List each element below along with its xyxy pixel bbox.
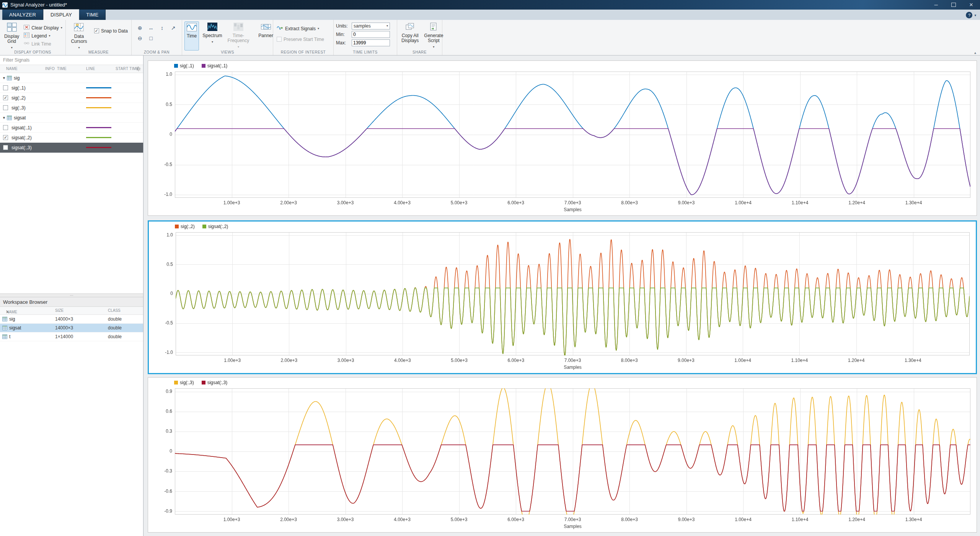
line-style-swatch[interactable] <box>86 97 111 98</box>
panel-splitter[interactable]: ⋯ <box>0 293 143 297</box>
workspace-row-sig[interactable]: sig14000×3double <box>0 315 143 324</box>
time-frequency-view-label: Time-Frequency <box>228 33 249 43</box>
workspace-row-sigsat[interactable]: sigsat14000×3double <box>0 324 143 332</box>
generate-script-button[interactable]: Generate Script ▾ <box>422 21 445 51</box>
help-caret-icon[interactable]: ▾ <box>974 13 976 17</box>
collapse-expander-icon[interactable]: ▼ <box>2 76 6 80</box>
max-label: Max: <box>336 40 350 46</box>
section-label-measure: MEASURE <box>66 50 131 54</box>
legend-item[interactable]: sig(:,2) <box>175 224 195 229</box>
max-input[interactable] <box>352 39 390 46</box>
workspace-row-t[interactable]: t1×14000double <box>0 332 143 341</box>
variable-name: sigsat <box>9 325 21 331</box>
signal-group-row-sigsat[interactable]: ▼sigsat <box>0 113 143 123</box>
ws-col-class[interactable]: CLASS <box>108 308 121 313</box>
legend-item[interactable]: sigsat(:,1) <box>202 63 228 68</box>
signal-row-sig(:,2)[interactable]: sig(:,2) <box>0 93 143 103</box>
table-settings-gear-icon[interactable] <box>136 67 141 72</box>
plot-checkbox[interactable] <box>3 145 8 150</box>
fit-view-button[interactable]: □ <box>146 33 156 43</box>
zoom-x-button[interactable]: ↔ <box>146 23 156 33</box>
close-button[interactable]: ✕ <box>962 0 980 10</box>
tab-analyzer[interactable]: ANALYZER <box>2 10 43 20</box>
plot3-canvas[interactable] <box>148 378 977 532</box>
section-label-zoom-pan: ZOOM & PAN <box>132 50 182 54</box>
units-select[interactable]: samples ▾ <box>352 23 390 29</box>
col-start-time[interactable]: START TIME <box>116 67 139 71</box>
col-time[interactable]: TIME <box>57 67 67 71</box>
pan-button[interactable]: ↗ <box>168 23 178 33</box>
time-frequency-caret-icon: ▾ <box>238 44 239 49</box>
display-grid-caret-icon: ▾ <box>11 45 13 50</box>
col-info[interactable]: INFO <box>45 67 55 71</box>
plot-checkbox[interactable] <box>3 135 8 140</box>
zoom-in-button[interactable]: ⊕ <box>135 23 145 33</box>
app-icon <box>2 2 8 8</box>
legend-item[interactable]: sigsat(:,3) <box>202 380 228 385</box>
variable-size: 14000×3 <box>55 316 73 322</box>
signal-row-sig(:,1)[interactable]: sig(:,1) <box>0 83 143 93</box>
legend-caret-icon: ▾ <box>49 34 50 37</box>
col-name[interactable]: NAME <box>6 67 18 71</box>
minimize-button[interactable]: ─ <box>927 0 945 10</box>
legend-item[interactable]: sigsat(:,2) <box>202 224 228 229</box>
generate-script-icon <box>429 23 439 32</box>
variable-class: double <box>108 325 122 331</box>
display-grid-button[interactable]: Display Grid ▾ <box>2 21 21 51</box>
signal-row-sigsat(:,1)[interactable]: sigsat(:,1) <box>0 123 143 133</box>
tab-display[interactable]: DISPLAY <box>43 9 79 20</box>
legend-swatch <box>202 225 206 228</box>
plot1-canvas[interactable] <box>148 61 977 215</box>
zoom-y-button[interactable]: ↕ <box>157 23 167 33</box>
min-input[interactable] <box>352 31 390 38</box>
signal-row-sigsat(:,2)[interactable]: sigsat(:,2) <box>0 133 143 143</box>
legend-item[interactable]: sig(:,3) <box>174 380 194 385</box>
line-style-swatch[interactable] <box>86 87 111 88</box>
time-view-button[interactable]: Time <box>184 21 199 51</box>
legend-button[interactable]: Legend ▾ <box>23 32 63 40</box>
extract-signals-button[interactable]: Extract Signals ▾ <box>276 24 331 33</box>
collapse-expander-icon[interactable]: ▼ <box>2 116 6 120</box>
titlebar: Signal Analyzer - untitled* ─ ✕ <box>0 0 980 10</box>
plot-checkbox[interactable] <box>3 105 8 110</box>
zoom-out-button[interactable]: ⊖ <box>135 33 145 43</box>
tab-bar-tabs: ANALYZERDISPLAYTIME <box>0 10 106 20</box>
copy-all-displays-button[interactable]: Copy All Displays <box>400 21 421 51</box>
snap-to-data-checkbox[interactable] <box>94 28 99 33</box>
panner-button[interactable]: Panner <box>256 21 275 51</box>
legend-item[interactable]: sig(:,1) <box>174 63 194 68</box>
filter-signals-input[interactable]: Filter Signals <box>0 55 143 65</box>
data-cursors-label: Data Cursors <box>70 34 88 44</box>
display-panel-1[interactable]: sig(:,1)sigsat(:,1) <box>148 60 977 216</box>
line-style-swatch[interactable] <box>86 137 111 138</box>
collapse-toolstrip-icon[interactable]: ▴ <box>974 51 976 55</box>
plot-checkbox[interactable] <box>3 95 8 100</box>
signal-group-row-sig[interactable]: ▼sig <box>0 73 143 83</box>
copy-all-displays-label: Copy All Displays <box>401 33 419 43</box>
signal-row-sig(:,3)[interactable]: sig(:,3) <box>0 103 143 113</box>
matrix-icon <box>2 334 7 339</box>
spectrum-view-button[interactable]: Spectrum ▾ <box>201 21 224 51</box>
signal-row-sigsat(:,3)[interactable]: sigsat(:,3) <box>0 143 143 153</box>
plot2-canvas[interactable] <box>149 222 976 373</box>
clear-display-button[interactable]: Clear Display ▾ <box>23 24 63 32</box>
display-panel-2[interactable]: sig(:,2)sigsat(:,2) <box>148 220 977 374</box>
plot-checkbox[interactable] <box>3 125 8 130</box>
plot-checkbox[interactable] <box>3 85 8 90</box>
data-cursors-button[interactable]: Data Cursors ▾ <box>68 21 90 51</box>
line-style-swatch[interactable] <box>86 147 111 148</box>
maximize-button[interactable] <box>945 0 962 10</box>
col-line[interactable]: LINE <box>86 67 95 71</box>
help-button[interactable]: ? <box>966 12 972 18</box>
ws-col-size[interactable]: SIZE <box>55 308 64 313</box>
snap-to-data-checkbox-row[interactable]: Snap to Data <box>93 27 129 35</box>
units-select-caret-icon: ▾ <box>386 24 388 28</box>
time-frequency-view-icon <box>233 23 243 32</box>
tab-time[interactable]: TIME <box>79 10 106 20</box>
signal-name: sigsat(:,2) <box>11 135 32 140</box>
line-style-swatch[interactable] <box>86 127 111 128</box>
units-label: Units: <box>336 23 350 29</box>
section-measure: Data Cursors ▾ Snap to Data MEASURE <box>66 20 132 55</box>
line-style-swatch[interactable] <box>86 107 111 108</box>
display-panel-3[interactable]: sig(:,3)sigsat(:,3) <box>148 377 977 533</box>
